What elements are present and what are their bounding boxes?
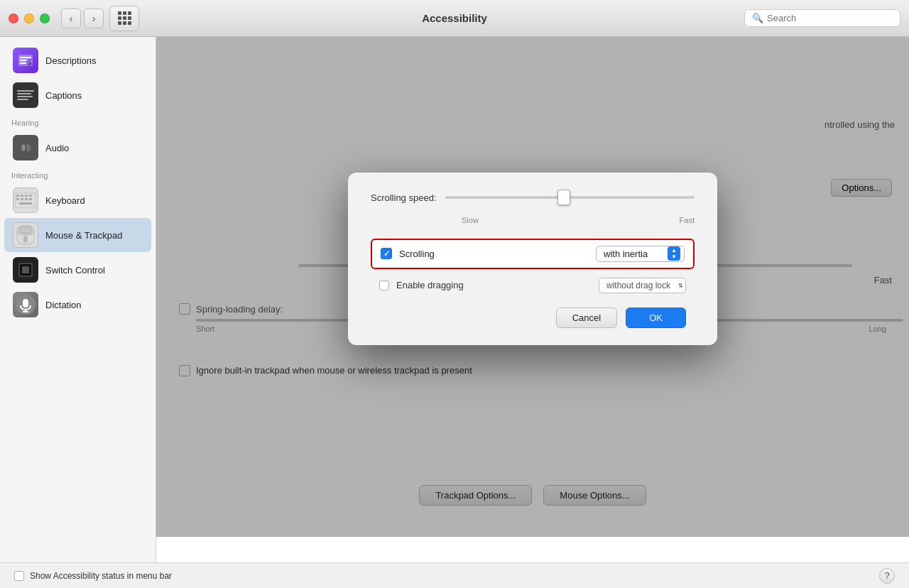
titlebar: ‹ › Accessibility 🔍 bbox=[0, 0, 909, 37]
sidebar-item-mouse-trackpad[interactable]: Mouse & Trackpad bbox=[4, 218, 151, 252]
modal-overlay: Scrolling speed: Slow Fast ✓ Scrolling bbox=[156, 37, 909, 537]
nav-buttons: ‹ › bbox=[61, 9, 104, 28]
sidebar-label-dictation: Dictation bbox=[45, 300, 82, 310]
svg-rect-27 bbox=[20, 227, 31, 233]
sidebar-label-descriptions: Descriptions bbox=[45, 55, 97, 66]
speed-slider[interactable] bbox=[445, 196, 695, 199]
svg-rect-16 bbox=[25, 195, 28, 197]
svg-point-12 bbox=[21, 144, 26, 151]
fast-label: Fast bbox=[680, 216, 695, 224]
maximize-button[interactable] bbox=[40, 13, 50, 23]
forward-button[interactable]: › bbox=[84, 9, 104, 28]
svg-rect-9 bbox=[17, 96, 33, 97]
sidebar-label-switch-control: Switch Control bbox=[45, 265, 105, 276]
help-button[interactable]: ? bbox=[879, 568, 895, 584]
hearing-section-label: Hearing bbox=[0, 113, 156, 130]
svg-rect-19 bbox=[21, 198, 23, 200]
audio-icon bbox=[13, 135, 38, 160]
mouse-icon bbox=[13, 222, 38, 248]
svg-rect-18 bbox=[16, 198, 19, 200]
sidebar-item-dictation[interactable]: Dictation bbox=[4, 288, 151, 322]
show-status-label: Show Accessibility status in menu bar bbox=[30, 571, 172, 581]
window-title: Accessibility bbox=[422, 12, 487, 24]
svg-rect-1 bbox=[20, 57, 31, 58]
close-button[interactable] bbox=[9, 13, 18, 23]
back-button[interactable]: ‹ bbox=[61, 9, 81, 28]
sidebar-label-keyboard: Keyboard bbox=[45, 195, 85, 206]
descriptions-icon: 🎤 bbox=[13, 48, 38, 73]
sidebar: 🎤 Descriptions Captions Hearing bbox=[0, 37, 156, 562]
speed-row: Scrolling speed: bbox=[371, 192, 695, 203]
minimize-button[interactable] bbox=[24, 13, 34, 23]
search-icon: 🔍 bbox=[752, 13, 763, 23]
keyboard-icon bbox=[13, 187, 38, 213]
sidebar-item-captions[interactable]: Captions bbox=[4, 78, 151, 112]
dragging-label: Enable dragging bbox=[396, 280, 464, 290]
modal-buttons: Cancel OK bbox=[371, 307, 695, 328]
content-area: ntrolled using the Options... Fast Sprin… bbox=[156, 37, 909, 562]
captions-icon bbox=[13, 82, 38, 108]
inertia-dropdown[interactable]: with inertia without inertia bbox=[596, 246, 685, 262]
slow-label: Slow bbox=[462, 216, 479, 224]
sidebar-item-audio[interactable]: Audio bbox=[4, 131, 151, 165]
svg-rect-21 bbox=[29, 198, 32, 200]
speed-labels: Slow Fast bbox=[371, 216, 695, 224]
scrolling-row: ✓ Scrolling with inertia without inertia… bbox=[371, 239, 695, 269]
sidebar-item-keyboard[interactable]: Keyboard bbox=[4, 183, 151, 217]
show-status-checkbox[interactable] bbox=[14, 571, 24, 581]
inertia-dropdown-wrapper: with inertia without inertia ▲ ▼ bbox=[596, 246, 685, 262]
svg-text:🎤: 🎤 bbox=[28, 60, 33, 66]
checkmark-icon: ✓ bbox=[383, 249, 390, 258]
drag-lock-dropdown-wrapper: without drag lock with drag lock ⇅ bbox=[599, 278, 686, 293]
sidebar-item-switch-control[interactable]: Switch Control bbox=[4, 253, 151, 287]
svg-rect-22 bbox=[19, 202, 32, 205]
svg-rect-10 bbox=[17, 99, 28, 100]
svg-rect-8 bbox=[17, 93, 31, 94]
ok-button[interactable]: OK bbox=[626, 307, 686, 328]
grid-button[interactable] bbox=[109, 6, 139, 31]
sidebar-label-audio: Audio bbox=[45, 143, 69, 153]
sidebar-label-mouse-trackpad: Mouse & Trackpad bbox=[45, 230, 122, 241]
main-layout: 🎤 Descriptions Captions Hearing bbox=[0, 37, 909, 562]
dragging-row: Enable dragging without drag lock with d… bbox=[371, 278, 695, 293]
switch-control-icon bbox=[13, 257, 38, 283]
scrolling-checkbox[interactable]: ✓ bbox=[381, 248, 392, 259]
dragging-checkbox[interactable] bbox=[379, 281, 389, 290]
svg-rect-15 bbox=[21, 195, 23, 197]
sidebar-item-descriptions[interactable]: 🎤 Descriptions bbox=[4, 43, 151, 77]
scrolling-speed-label: Scrolling speed: bbox=[371, 192, 437, 203]
dictation-icon bbox=[13, 292, 38, 317]
speed-slider-thumb[interactable] bbox=[557, 190, 570, 205]
search-box[interactable]: 🔍 bbox=[744, 9, 900, 27]
svg-rect-6 bbox=[16, 87, 36, 103]
sidebar-label-captions: Captions bbox=[45, 90, 82, 101]
search-input[interactable] bbox=[767, 13, 893, 23]
scrolling-label: Scrolling bbox=[399, 249, 435, 259]
svg-rect-7 bbox=[17, 90, 34, 92]
modal-dialog: Scrolling speed: Slow Fast ✓ Scrolling bbox=[348, 173, 717, 345]
interacting-section-label: Interacting bbox=[0, 165, 156, 183]
grid-icon bbox=[118, 11, 131, 25]
traffic-lights bbox=[9, 13, 50, 23]
svg-rect-26 bbox=[23, 236, 28, 243]
svg-rect-17 bbox=[29, 195, 32, 197]
bottom-bar: Show Accessibility status in menu bar ? bbox=[0, 562, 909, 588]
svg-rect-14 bbox=[16, 195, 19, 197]
drag-lock-dropdown[interactable]: without drag lock with drag lock bbox=[599, 278, 686, 293]
svg-rect-33 bbox=[23, 299, 28, 307]
svg-rect-31 bbox=[22, 266, 29, 273]
cancel-button[interactable]: Cancel bbox=[556, 307, 617, 328]
svg-rect-20 bbox=[25, 198, 28, 200]
